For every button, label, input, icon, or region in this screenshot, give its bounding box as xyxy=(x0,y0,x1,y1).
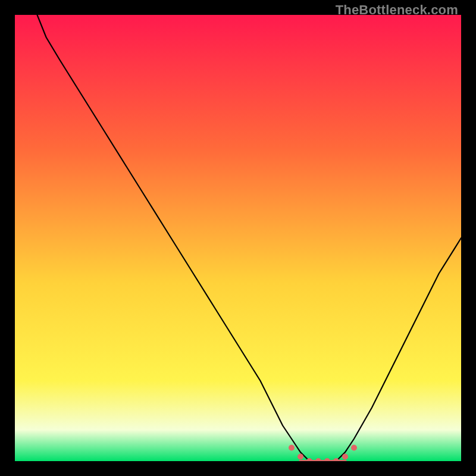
valley-dot xyxy=(298,454,303,460)
gradient-bg xyxy=(15,15,461,461)
stage: TheBottleneck.com xyxy=(0,0,476,476)
valley-dot xyxy=(351,445,357,451)
valley-dot xyxy=(342,454,348,460)
valley-dot xyxy=(289,445,295,451)
bottleneck-chart xyxy=(15,15,461,461)
chart-frame xyxy=(15,15,461,461)
